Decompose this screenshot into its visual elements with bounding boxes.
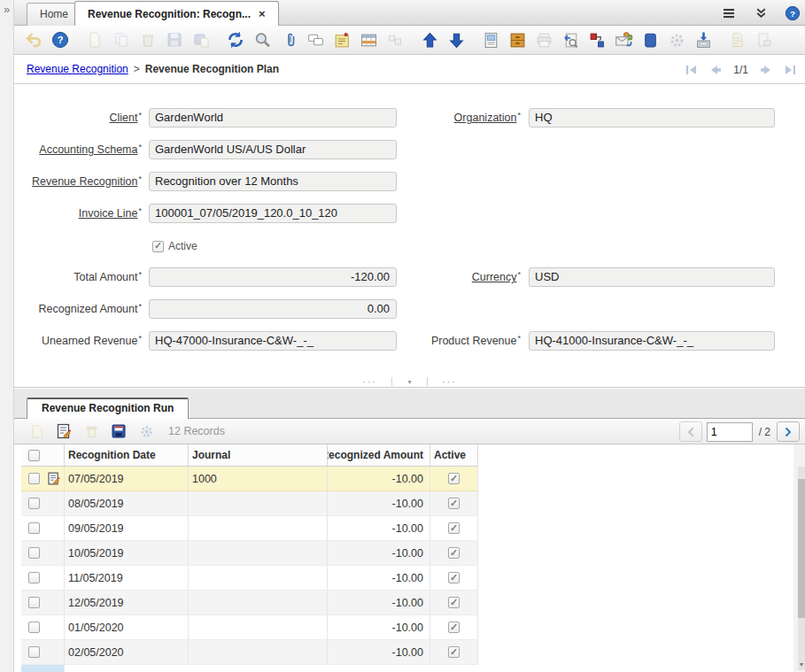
panel-splitter[interactable]: ··· ▼ ··· [14, 376, 805, 388]
label-button[interactable] [754, 29, 775, 50]
product-revenue-field[interactable]: HQ-41000-Insurance-C&W-_-_ [529, 331, 775, 351]
edit-row-button[interactable] [54, 421, 74, 441]
new-record-button[interactable] [84, 29, 105, 50]
row-active-checkbox[interactable] [448, 473, 460, 484]
find-button[interactable] [252, 29, 273, 50]
row-active-checkbox[interactable] [448, 522, 460, 534]
preferences-button[interactable] [666, 29, 687, 50]
unearned-revenue-field[interactable]: HQ-47000-Insurance-C&W-_-_ [149, 331, 397, 351]
row-edit-icon[interactable] [46, 471, 61, 486]
menu-button[interactable] [720, 4, 738, 22]
invoice-line-label[interactable]: Invoice Line [79, 207, 138, 220]
row-select-checkbox[interactable] [28, 473, 40, 484]
next-record-button[interactable] [760, 65, 772, 75]
grid-toggle-button[interactable] [358, 29, 379, 50]
scroll-down-icon[interactable]: ▼ [797, 661, 805, 668]
table-row[interactable]: 02/05/2020 -10.00 [21, 640, 478, 665]
splitter-collapse-icon[interactable]: ▼ [406, 379, 413, 385]
row-select-checkbox[interactable] [28, 572, 40, 583]
previous-page-button[interactable] [679, 421, 702, 442]
organization-label[interactable]: Organization [454, 112, 517, 124]
process-row-button[interactable] [136, 421, 156, 441]
row-select-checkbox[interactable] [28, 547, 40, 559]
table-row[interactable]: 07/05/2019 1000 -10.00 [21, 467, 478, 491]
west-panel-collapsed[interactable]: » [0, 0, 14, 672]
row-active-checkbox[interactable] [448, 622, 460, 633]
invoice-line-field[interactable]: 100001_07/05/2019_120.0_10_120 [149, 204, 397, 223]
first-record-button[interactable] [685, 65, 698, 75]
revenue-recognition-label[interactable]: Revenue Recognition [32, 175, 138, 188]
row-active-checkbox[interactable] [448, 572, 460, 583]
request-button[interactable] [613, 29, 634, 50]
column-header-active[interactable]: Active [430, 444, 478, 466]
attachment-button[interactable] [278, 29, 299, 50]
row-select-checkbox[interactable] [28, 597, 40, 608]
save-and-create-button[interactable] [190, 29, 212, 50]
select-all-checkbox[interactable] [28, 450, 40, 461]
undo-button[interactable] [23, 29, 44, 50]
total-amount-field[interactable]: -120.00 [149, 267, 397, 287]
client-field[interactable]: GardenWorld [149, 108, 397, 127]
file-import-button[interactable] [727, 29, 748, 50]
currency-field[interactable]: USD [529, 267, 775, 287]
breadcrumb-parent-link[interactable]: Revenue Recognition [27, 63, 128, 75]
accounting-schema-field[interactable]: GardenWorld US/A/US Dollar [149, 140, 397, 159]
help-button[interactable]: ? [784, 4, 801, 22]
row-select-checkbox[interactable] [28, 498, 40, 509]
table-row[interactable]: 11/05/2019 -10.00 [21, 566, 478, 591]
process-button[interactable] [639, 29, 661, 50]
last-record-button[interactable] [784, 65, 796, 75]
next-page-button[interactable] [777, 421, 800, 442]
workflow-button[interactable] [586, 29, 608, 50]
table-row[interactable]: 01/05/2020 -10.00 [21, 615, 478, 640]
column-header-journal[interactable]: Journal [189, 444, 328, 466]
table-row[interactable]: 10/05/2019 -10.00 [21, 541, 478, 566]
vertical-scrollbar-thumb[interactable] [798, 479, 805, 618]
recognized-amount-field[interactable]: 0.00 [149, 299, 397, 319]
export-button[interactable] [693, 29, 714, 50]
delete-row-button[interactable] [81, 421, 101, 441]
table-row[interactable]: 09/05/2019 -10.00 [21, 516, 478, 541]
row-active-checkbox[interactable] [448, 597, 460, 608]
customize-button[interactable] [384, 29, 406, 50]
new-row-button[interactable] [27, 421, 46, 441]
table-row[interactable]: 08/05/2019 -10.00 [21, 491, 478, 516]
report-button[interactable] [480, 29, 501, 50]
row-select-checkbox[interactable] [28, 522, 40, 534]
row-active-checkbox[interactable] [448, 646, 460, 658]
chat-button[interactable] [305, 29, 326, 50]
active-checkbox[interactable] [152, 241, 164, 252]
currency-label[interactable]: Currency [472, 271, 517, 283]
accounting-schema-label[interactable]: Accounting Schema [39, 143, 137, 156]
save-button[interactable] [164, 29, 185, 50]
tab-revenue-recognition-run[interactable]: Revenue Recognition Run [27, 398, 189, 419]
column-header-recognition-date[interactable]: Recognition Date [65, 444, 189, 466]
row-select-checkbox[interactable] [28, 622, 40, 633]
collapse-all-button[interactable] [752, 4, 770, 22]
tab-revenue-recognition[interactable]: Revenue Recognition: Recogn... × [74, 1, 279, 26]
print-button[interactable] [533, 29, 554, 50]
client-label[interactable]: Client [110, 112, 138, 124]
organization-field[interactable]: HQ [529, 108, 775, 127]
row-active-checkbox[interactable] [448, 547, 460, 559]
delete-record-button[interactable] [137, 29, 159, 50]
parent-record-button[interactable] [419, 29, 440, 50]
copy-record-button[interactable] [111, 29, 132, 50]
refresh-button[interactable] [225, 29, 246, 50]
tab-close-icon[interactable]: × [259, 8, 266, 19]
archive-button[interactable] [507, 29, 528, 50]
column-header-recognized-amount[interactable]: Recognized Amount [328, 444, 430, 466]
row-select-checkbox[interactable] [28, 646, 40, 658]
row-active-checkbox[interactable] [448, 498, 460, 509]
previous-record-button[interactable] [709, 65, 722, 75]
note-button[interactable] [331, 29, 352, 50]
revenue-recognition-field[interactable]: Recognition over 12 Months [149, 172, 397, 191]
expand-west-icon[interactable]: » [4, 3, 10, 16]
page-number-input[interactable] [707, 422, 753, 442]
table-row[interactable]: 12/05/2019 -10.00 [21, 591, 478, 615]
detail-record-button[interactable] [445, 29, 467, 50]
help-window-button[interactable]: ? [50, 29, 71, 50]
print-preview-button[interactable] [560, 29, 581, 50]
save-row-button[interactable] [109, 421, 128, 441]
tab-home[interactable]: Home [27, 3, 81, 26]
